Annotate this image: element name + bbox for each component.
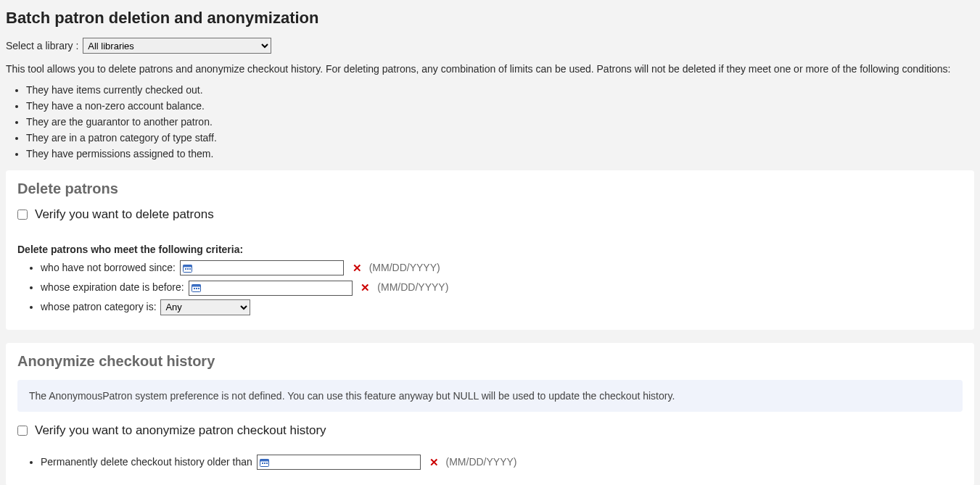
- verify-delete-label: Verify you want to delete patrons: [35, 207, 214, 222]
- conditions-list: They have items currently checked out. T…: [6, 83, 974, 162]
- calendar-icon: [192, 283, 201, 292]
- verify-delete-checkbox[interactable]: [17, 210, 28, 220]
- date-format-hint: (MM/DD/YYYY): [369, 262, 440, 273]
- delete-patrons-panel: Delete patrons Verify you want to delete…: [6, 170, 974, 330]
- condition-item: They have a non-zero account balance.: [26, 99, 974, 114]
- svg-rect-12: [262, 463, 263, 464]
- calendar-icon: [183, 264, 192, 273]
- date-format-hint: (MM/DD/YYYY): [377, 281, 448, 293]
- condition-item: They are in a patron category of type st…: [26, 130, 974, 146]
- anonymize-criteria-list: Permanently delete checkout history olde…: [17, 454, 963, 471]
- anonymize-heading: Anonymize checkout history: [17, 353, 963, 370]
- criteria-item: Permanently delete checkout history olde…: [41, 454, 963, 471]
- criteria-item: whose patron category is: Any: [41, 299, 963, 315]
- criteria-label: whose patron category is:: [41, 301, 157, 312]
- verify-anonymize-label: Verify you want to anonymize patron chec…: [35, 423, 326, 438]
- verify-anonymize-checkbox[interactable]: [17, 426, 28, 436]
- svg-rect-7: [194, 288, 195, 289]
- calendar-icon: [260, 458, 269, 467]
- svg-rect-13: [264, 463, 265, 464]
- criteria-label: Permanently delete checkout history olde…: [41, 456, 252, 468]
- criteria-heading: Delete patrons who meet the following cr…: [17, 244, 963, 255]
- clear-expiration-icon[interactable]: ✕: [361, 279, 370, 297]
- criteria-item: who have not borrowed since: ✕ (MM/DD/YY…: [41, 260, 963, 277]
- svg-rect-11: [260, 459, 268, 461]
- criteria-label: whose expiration date is before:: [41, 281, 184, 293]
- library-selector-row: Select a library : All libraries: [6, 38, 974, 54]
- clear-not-borrowed-icon[interactable]: ✕: [353, 260, 362, 277]
- delete-heading: Delete patrons: [17, 181, 963, 197]
- condition-item: They have permissions assigned to them.: [26, 146, 974, 162]
- expiration-date-input[interactable]: [201, 283, 350, 294]
- svg-rect-8: [196, 288, 197, 289]
- criteria-list: who have not borrowed since: ✕ (MM/DD/YY…: [17, 260, 963, 315]
- not-borrowed-date-field[interactable]: [180, 260, 344, 275]
- not-borrowed-date-input[interactable]: [192, 262, 341, 273]
- expiration-date-field[interactable]: [189, 281, 353, 296]
- older-than-date-input[interactable]: [269, 457, 418, 468]
- tool-description: This tool allows you to delete patrons a…: [6, 62, 974, 77]
- page-title: Batch patron deletion and anonymization: [6, 9, 974, 28]
- condition-item: They have items currently checked out.: [26, 83, 974, 98]
- criteria-item: whose expiration date is before: ✕ (MM/D…: [41, 279, 963, 297]
- date-format-hint: (MM/DD/YYYY): [446, 456, 517, 468]
- svg-rect-1: [183, 265, 192, 267]
- anonymous-patron-warning: The AnonymousPatron system preference is…: [17, 380, 963, 412]
- svg-rect-2: [185, 268, 186, 270]
- clear-older-than-icon[interactable]: ✕: [429, 454, 439, 471]
- svg-rect-4: [189, 268, 191, 270]
- svg-rect-6: [192, 285, 200, 287]
- criteria-label: who have not borrowed since:: [41, 262, 176, 273]
- patron-category-select[interactable]: Any: [160, 299, 250, 315]
- library-select[interactable]: All libraries: [83, 38, 271, 54]
- svg-rect-9: [198, 288, 199, 289]
- condition-item: They are the guarantor to another patron…: [26, 115, 974, 130]
- library-label: Select a library :: [6, 40, 78, 51]
- older-than-date-field[interactable]: [257, 455, 421, 470]
- svg-rect-14: [266, 463, 268, 464]
- svg-rect-3: [187, 268, 189, 270]
- anonymize-panel: Anonymize checkout history The Anonymous…: [6, 343, 974, 485]
